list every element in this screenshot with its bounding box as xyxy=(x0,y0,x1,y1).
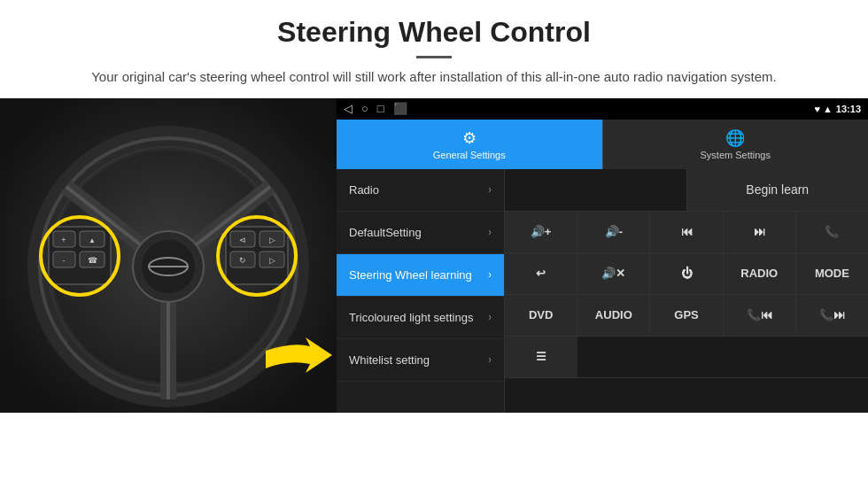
call-next-button[interactable]: 📞⏭ xyxy=(796,295,868,336)
general-settings-icon: ⚙ xyxy=(462,128,477,148)
audio-button[interactable]: AUDIO xyxy=(577,295,650,336)
signal-icon: ♥ ▲ xyxy=(814,104,832,114)
buttons-grid: 🔊+ 🔊- ⏮ ⏭ 📞 xyxy=(505,212,868,378)
settings-menu: Radio › DefaultSetting › Steering Wheel … xyxy=(337,169,505,413)
menu-steering-label: Steering Wheel learning xyxy=(349,268,472,282)
hang-up-button[interactable]: ↩ xyxy=(505,253,577,294)
vol-down-icon: 🔊- xyxy=(605,225,623,238)
svg-text:↻: ↻ xyxy=(239,256,246,265)
home-nav-icon[interactable]: ○ xyxy=(361,102,368,115)
audio-label: AUDIO xyxy=(595,308,632,321)
menu-button[interactable]: ☰ xyxy=(505,337,577,377)
menu-tri-label: Tricoloured light settings xyxy=(349,311,473,324)
menu-nav-icon[interactable]: ⬛ xyxy=(393,102,407,115)
chevron-icon: › xyxy=(488,268,492,281)
status-indicators: ♥ ▲ 13:13 xyxy=(814,104,861,114)
next-icon: ⏭ xyxy=(754,225,765,238)
tab-general-label: General Settings xyxy=(433,150,506,160)
chevron-icon: › xyxy=(488,311,492,323)
dvd-label: DVD xyxy=(529,308,553,321)
svg-text:▲: ▲ xyxy=(89,236,96,244)
call-icon: 📞 xyxy=(825,225,839,238)
content-area: + - ▲ ☎ ⊲ ▷ ↻ ▷ xyxy=(0,98,868,413)
android-ui-panel: ◁ ○ □ ⬛ ♥ ▲ 13:13 ⚙ General Settings 🌐 S… xyxy=(337,98,868,413)
svg-text:⊲: ⊲ xyxy=(239,236,246,244)
title-divider xyxy=(416,56,452,58)
menu-radio-label: Radio xyxy=(349,183,379,197)
tab-system-label: System Settings xyxy=(701,150,771,160)
dvd-button[interactable]: DVD xyxy=(505,295,577,336)
menu-icon: ☰ xyxy=(536,350,546,363)
menu-item-radio[interactable]: Radio › xyxy=(337,169,504,212)
empty-cell xyxy=(505,169,687,211)
mute-icon: 🔊✕ xyxy=(601,267,625,280)
vol-up-button[interactable]: 🔊+ xyxy=(505,212,577,252)
mute-button[interactable]: 🔊✕ xyxy=(577,253,650,294)
menu-whitelist-label: Whitelist setting xyxy=(349,353,430,367)
menu-item-steering-wheel[interactable]: Steering Wheel learning › xyxy=(337,254,504,297)
prev-button[interactable]: ⏮ xyxy=(650,212,723,252)
svg-text:☎: ☎ xyxy=(88,256,97,265)
mode-button[interactable]: MODE xyxy=(796,253,868,294)
mode-label: MODE xyxy=(815,267,849,280)
tab-general-settings[interactable]: ⚙ General Settings xyxy=(337,120,602,169)
prev-icon: ⏮ xyxy=(681,225,693,238)
menu-default-label: DefaultSetting xyxy=(349,226,422,239)
status-bar: ◁ ○ □ ⬛ ♥ ▲ 13:13 xyxy=(337,98,868,120)
next-button[interactable]: ⏭ xyxy=(724,212,796,252)
gps-label: GPS xyxy=(674,308,698,321)
call-button[interactable]: 📞 xyxy=(796,212,868,252)
gps-button[interactable]: GPS xyxy=(650,295,723,336)
begin-learn-button[interactable]: Begin learn xyxy=(687,169,869,211)
tab-bar: ⚙ General Settings 🌐 System Settings xyxy=(337,120,868,169)
hang-up-icon: ↩ xyxy=(536,267,546,280)
settings-area: Radio › DefaultSetting › Steering Wheel … xyxy=(337,169,868,413)
btn-row-4: ☰ xyxy=(505,337,868,378)
radio-label: RADIO xyxy=(740,267,778,280)
page-title: Steering Wheel Control xyxy=(53,16,815,49)
tab-system-settings[interactable]: 🌐 System Settings xyxy=(602,120,869,169)
power-button[interactable]: ⏻ xyxy=(650,253,723,294)
btn-row-2: ↩ 🔊✕ ⏻ RADIO MODE xyxy=(505,253,868,295)
menu-item-default-setting[interactable]: DefaultSetting › xyxy=(337,212,504,254)
header-section: Steering Wheel Control Your original car… xyxy=(0,0,868,98)
controls-grid: Begin learn 🔊+ 🔊- ⏮ xyxy=(505,169,868,413)
btn-row-1: 🔊+ 🔊- ⏮ ⏭ 📞 xyxy=(505,212,868,253)
power-icon: ⏻ xyxy=(681,267,693,280)
radio-button[interactable]: RADIO xyxy=(724,253,796,294)
svg-text:▷: ▷ xyxy=(269,236,275,244)
clock: 13:13 xyxy=(836,104,861,114)
begin-learn-row: Begin learn xyxy=(505,169,868,212)
page-subtitle: Your original car's steering wheel contr… xyxy=(53,67,815,88)
chevron-icon: › xyxy=(488,226,492,238)
chevron-icon: › xyxy=(488,353,492,366)
svg-text:-: - xyxy=(63,256,66,265)
call-prev-icon: 📞⏮ xyxy=(747,308,772,321)
btn-row-3: DVD AUDIO GPS 📞⏮ 📞⏭ xyxy=(505,295,868,337)
vol-down-button[interactable]: 🔊- xyxy=(577,212,650,252)
menu-item-tricoloured[interactable]: Tricoloured light settings › xyxy=(337,297,504,339)
call-next-icon: 📞⏭ xyxy=(819,308,845,321)
call-prev-button[interactable]: 📞⏮ xyxy=(724,295,796,336)
chevron-icon: › xyxy=(488,183,492,196)
svg-text:+: + xyxy=(61,236,66,244)
vol-up-icon: 🔊+ xyxy=(531,225,552,238)
system-settings-icon: 🌐 xyxy=(725,128,745,148)
recents-nav-icon[interactable]: □ xyxy=(377,102,384,115)
steering-wheel-image: + - ▲ ☎ ⊲ ▷ ↻ ▷ xyxy=(0,98,337,413)
menu-item-whitelist[interactable]: Whitelist setting › xyxy=(337,339,504,382)
nav-icons: ◁ ○ □ ⬛ xyxy=(344,102,407,115)
svg-text:▷: ▷ xyxy=(269,256,275,265)
back-nav-icon[interactable]: ◁ xyxy=(344,102,353,115)
